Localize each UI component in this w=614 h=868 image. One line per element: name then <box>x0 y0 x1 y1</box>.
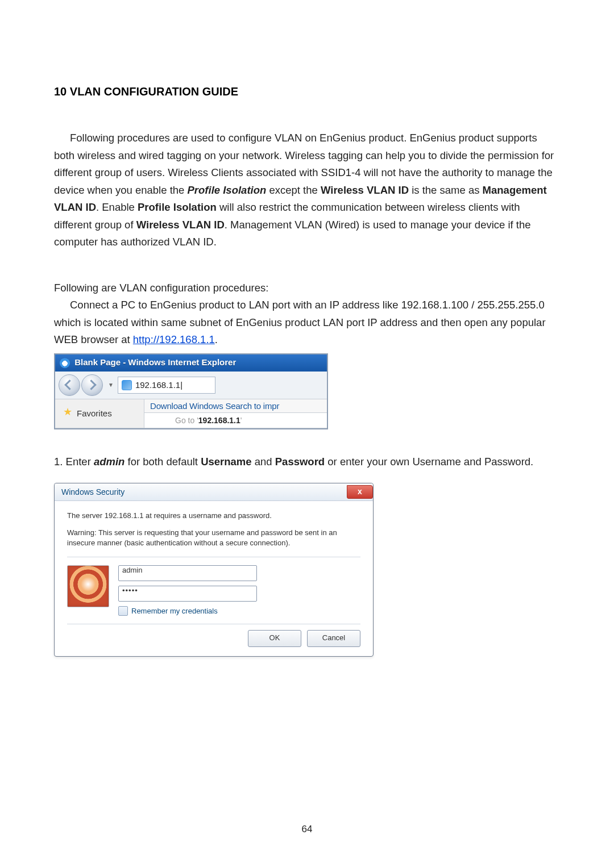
p1-wireless-vlan-id-2: Wireless VLAN ID <box>136 219 225 231</box>
s1-mid2: and <box>252 456 275 468</box>
ok-button[interactable]: OK <box>248 630 301 647</box>
goto-suggestion[interactable]: Go to '192.168.1.1' <box>144 413 327 428</box>
p1-profile-isolation-2: Profile Isolation <box>138 201 217 213</box>
ip-link[interactable]: http://192.168.1.1 <box>133 333 215 345</box>
ie-logo-icon <box>60 358 70 368</box>
ie-window-title: Blank Page - Windows Internet Explorer <box>55 354 327 372</box>
remember-label: Remember my credentials <box>131 607 218 615</box>
windows-security-dialog: Windows Security x The server 192.168.1.… <box>54 483 374 656</box>
winsec-title: Windows Security <box>61 487 125 496</box>
p1-wireless-vlan-id: Wireless VLAN ID <box>321 184 409 196</box>
favorites-label: Favorites <box>77 408 112 418</box>
dropdown-chevron-icon[interactable]: ▼ <box>108 382 114 388</box>
p1-text4: . Enable <box>96 201 138 213</box>
winsec-msg-2: Warning: This server is requesting that … <box>67 528 360 548</box>
address-bar[interactable]: 192.168.1.1| <box>118 377 215 394</box>
procedures-intro-line: Following are VLAN configuration procedu… <box>54 279 560 297</box>
forward-button[interactable] <box>81 374 103 396</box>
paragraph-intro: Following procedures are used to configu… <box>54 130 560 251</box>
remember-checkbox[interactable] <box>118 606 128 616</box>
s1-mid1: for both default <box>125 456 201 468</box>
cancel-button[interactable]: Cancel <box>307 630 360 647</box>
s1-prefix: 1. Enter <box>54 456 94 468</box>
goto-ip: 192.168.1.1 <box>198 416 240 425</box>
winsec-msg-1: The server 192.168.1.1 at requires a use… <box>67 511 360 520</box>
ie-screenshot: Blank Page - Windows Internet Explorer ▼… <box>54 353 328 429</box>
s1-password: Password <box>275 456 325 468</box>
s1-admin: admin <box>94 456 125 468</box>
procedures-body: Connect a PC to EnGenius product to LAN … <box>54 297 560 349</box>
star-icon <box>63 408 73 418</box>
goto-prefix: Go to ' <box>175 416 198 425</box>
page-number: 64 <box>0 824 614 835</box>
user-avatar-icon <box>67 565 109 607</box>
page-icon <box>122 380 132 390</box>
username-field[interactable]: admin <box>118 565 257 581</box>
p1-profile-isolation: Profile Isolation <box>188 184 267 196</box>
p1-text3: is the same as <box>409 184 483 196</box>
section-heading: 10 VLAN CONFIGURATION GUIDE <box>54 85 560 98</box>
goto-suffix: ' <box>240 416 242 425</box>
s1-username: Username <box>201 456 251 468</box>
back-button[interactable] <box>59 374 80 396</box>
address-text: 192.168.1.1| <box>135 380 182 390</box>
close-button[interactable]: x <box>347 485 373 499</box>
p2-period: . <box>215 333 218 345</box>
password-field[interactable]: ••••• <box>118 586 257 602</box>
step-1-line: 1. Enter admin for both default Username… <box>54 453 560 471</box>
ie-title-text: Blank Page - Windows Internet Explorer <box>74 357 236 367</box>
p2-text: Connect a PC to EnGenius product to LAN … <box>54 299 546 345</box>
p1-text2: except the <box>266 184 321 196</box>
favorites-button[interactable]: Favorites <box>55 399 144 428</box>
download-search-bar[interactable]: Download Windows Search to impr <box>144 399 327 413</box>
s1-suffix: or enter your own Username and Password. <box>325 456 533 468</box>
